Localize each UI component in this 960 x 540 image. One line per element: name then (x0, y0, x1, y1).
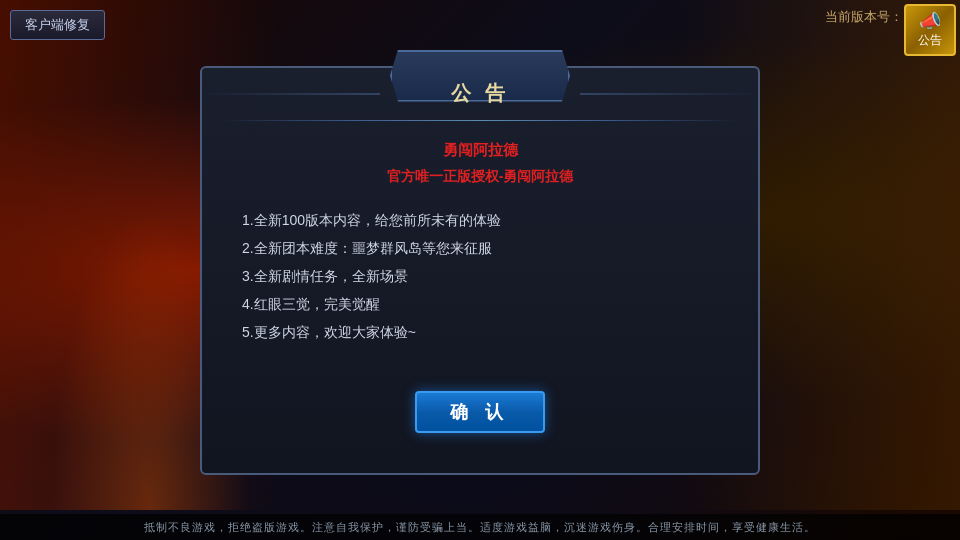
modal-content: 勇闯阿拉德 官方唯一正版授权-勇闯阿拉德 1.全新100版本内容，给您前所未有的… (202, 121, 758, 381)
title-line-left (202, 93, 380, 94)
list-item: 3.全新剧情任务，全新场景 (242, 262, 718, 290)
client-repair-button[interactable]: 客户端修复 (10, 10, 105, 40)
confirm-button[interactable]: 确 认 (415, 391, 545, 433)
announce-badge-label: 公告 (918, 32, 942, 49)
announce-badge-icon: 📣 (919, 12, 941, 30)
announce-badge: 📣 公告 (904, 4, 956, 56)
confirm-label: 确 认 (450, 402, 509, 422)
content-list: 1.全新100版本内容，给您前所未有的体验2.全新团本难度：噩梦群风岛等您来征服… (242, 206, 718, 346)
list-item: 5.更多内容，欢迎大家体验~ (242, 318, 718, 346)
list-item: 2.全新团本难度：噩梦群风岛等您来征服 (242, 234, 718, 262)
client-repair-label: 客户端修复 (25, 17, 90, 32)
content-subtitle: 官方唯一正版授权-勇闯阿拉德 (242, 168, 718, 186)
content-main-title: 勇闯阿拉德 (242, 141, 718, 160)
modal-title: 公 告 (451, 80, 509, 107)
title-line-right (580, 93, 758, 94)
list-item: 4.红眼三觉，完美觉醒 (242, 290, 718, 318)
modal-title-bar: 公 告 (202, 68, 758, 120)
list-item: 1.全新100版本内容，给您前所未有的体验 (242, 206, 718, 234)
modal-dialog: 公 告 勇闯阿拉德 官方唯一正版授权-勇闯阿拉德 1.全新100版本内容，给您前… (200, 66, 760, 475)
bottom-bar: 抵制不良游戏，拒绝盗版游戏。注意自我保护，谨防受骗上当。适度游戏益脑，沉迷游戏伤… (0, 514, 960, 540)
modal-overlay: 公 告 勇闯阿拉德 官方唯一正版授权-勇闯阿拉德 1.全新100版本内容，给您前… (0, 0, 960, 540)
disclaimer-text: 抵制不良游戏，拒绝盗版游戏。注意自我保护，谨防受骗上当。适度游戏益脑，沉迷游戏伤… (144, 520, 816, 535)
modal-footer: 确 认 (202, 381, 758, 443)
